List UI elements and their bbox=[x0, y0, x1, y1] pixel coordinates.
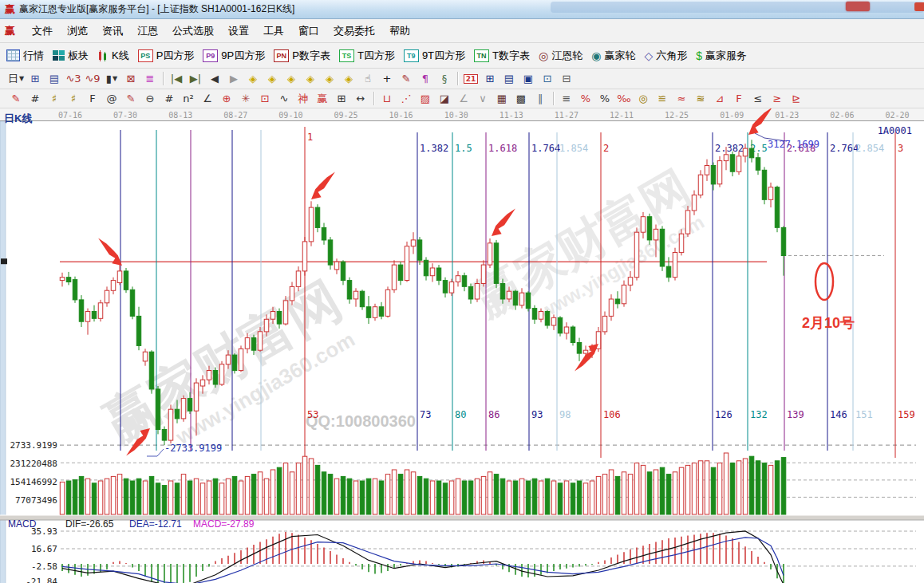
wave-9-icon[interactable]: ∿9 bbox=[84, 71, 101, 86]
menu-item-3[interactable]: 资讯 bbox=[95, 22, 130, 39]
diamond-all-icon[interactable]: ◈ bbox=[340, 71, 357, 86]
t-number-table-button[interactable]: TNT数字表 bbox=[474, 49, 530, 63]
menu-item-7[interactable]: 工具 bbox=[256, 22, 291, 39]
close-icon[interactable] bbox=[914, 2, 924, 11]
kline-chart-canvas[interactable]: 07-1607-3008-1308-2709-1009-2510-1610-30… bbox=[0, 108, 924, 583]
gann-wheel-button[interactable]: ◎江恩轮 bbox=[539, 49, 582, 63]
gold-circle-icon[interactable]: ◎ bbox=[634, 91, 652, 106]
starburst-icon[interactable]: ✳ bbox=[237, 91, 255, 106]
gte-icon[interactable]: ≥ bbox=[768, 91, 786, 106]
first-bar-icon[interactable]: |◀ bbox=[168, 71, 185, 86]
angle-icon[interactable]: ∠ bbox=[199, 91, 216, 106]
p-square-button[interactable]: PSP四方形 bbox=[138, 49, 195, 63]
svg-text:126: 126 bbox=[715, 409, 732, 420]
parallel-lines-icon[interactable]: ∥ bbox=[531, 91, 549, 106]
hexagon-button[interactable]: ◇六角形 bbox=[644, 49, 687, 63]
next-bar-icon[interactable]: ▶ bbox=[225, 71, 243, 86]
snapshot-icon[interactable]: ⊡ bbox=[539, 71, 556, 86]
grid-fill-icon[interactable]: ▦ bbox=[493, 91, 511, 106]
crosshair-icon[interactable]: + bbox=[378, 71, 396, 86]
permille-icon[interactable]: ‰ bbox=[615, 91, 633, 106]
9p-square-button[interactable]: P99P四方形 bbox=[203, 49, 265, 63]
lte-icon[interactable]: ≤ bbox=[749, 91, 767, 106]
kline-button[interactable]: K线 bbox=[97, 49, 129, 63]
period-selector[interactable]: 日▼ bbox=[7, 71, 25, 86]
gann-fan-icon[interactable]: 神 bbox=[294, 91, 312, 106]
menu-item-4[interactable]: 江恩 bbox=[130, 22, 165, 39]
diamond-zoomout-icon[interactable]: ◈ bbox=[244, 71, 262, 86]
gann-gold-icon[interactable]: ♯ bbox=[45, 91, 63, 106]
percent-icon[interactable]: % bbox=[596, 91, 614, 106]
rays-icon[interactable]: ⋰ bbox=[397, 91, 415, 106]
wave-red-icon[interactable]: ≈ bbox=[673, 91, 690, 106]
svg-text:09-10: 09-10 bbox=[278, 111, 302, 120]
winner-service-button[interactable]: $赢家服务 bbox=[696, 49, 747, 63]
p-number-table-button[interactable]: PNP数字表 bbox=[274, 49, 330, 63]
winner-wheel-button[interactable]: ◉赢家轮 bbox=[591, 49, 635, 63]
diamond-right-icon[interactable]: ◈ bbox=[302, 71, 319, 86]
gann-shape-icon[interactable]: ¶ bbox=[417, 71, 434, 86]
fibonacci-icon[interactable]: F bbox=[84, 91, 101, 106]
comb-grid-icon[interactable]: # bbox=[26, 91, 44, 106]
quotes-button[interactable]: 行情 bbox=[6, 49, 44, 63]
gann-square-icon[interactable]: ⊠ bbox=[122, 71, 140, 86]
menu-item-5[interactable]: 公式选股 bbox=[165, 22, 221, 39]
trendline-icon[interactable]: ✎ bbox=[397, 71, 415, 86]
grid-fill2-icon[interactable]: ▩ bbox=[512, 91, 530, 106]
prev-bar-icon[interactable]: ◀ bbox=[206, 71, 223, 86]
f-red-icon[interactable]: F bbox=[730, 91, 748, 106]
gann-gold2-icon[interactable]: ♯ bbox=[65, 91, 82, 106]
compass-icon[interactable]: ⊖ bbox=[141, 91, 159, 106]
info-list-icon[interactable]: ▤ bbox=[45, 71, 63, 86]
wave-3-icon[interactable]: ∿3 bbox=[65, 71, 82, 86]
menu-item-8[interactable]: 窗口 bbox=[291, 22, 326, 39]
print-icon[interactable]: ⊟ bbox=[558, 71, 575, 86]
width-measure-icon[interactable]: ↔ bbox=[352, 91, 369, 106]
gold-line-icon[interactable]: ≌ bbox=[654, 91, 671, 106]
annotation-arrow bbox=[311, 172, 335, 200]
comb-grid2-icon[interactable]: # bbox=[160, 91, 178, 106]
menu-item-2[interactable]: 浏览 bbox=[60, 22, 95, 39]
diamond-center-icon[interactable]: ◈ bbox=[321, 71, 338, 86]
menu-item-9[interactable]: 交易委托 bbox=[326, 22, 382, 39]
gold-wave-icon[interactable]: ≋ bbox=[692, 91, 709, 106]
zigzag-icon[interactable]: ∨ bbox=[474, 91, 492, 106]
color-ladder-icon[interactable]: ≣ bbox=[141, 71, 159, 86]
spiral-icon[interactable]: @ bbox=[103, 91, 120, 106]
winner-tool-icon[interactable]: 赢 bbox=[314, 91, 331, 106]
pen-icon[interactable]: ✎ bbox=[7, 91, 25, 106]
pan-hand-icon[interactable]: ☝ bbox=[359, 71, 377, 86]
grid-123-icon[interactable]: ⊞ bbox=[333, 91, 350, 106]
measure-icon[interactable]: ≡ bbox=[558, 91, 575, 106]
menu-item-6[interactable]: 设置 bbox=[221, 22, 256, 39]
memo-icon[interactable]: ▤ bbox=[500, 71, 518, 86]
tri-icon[interactable]: ⊵ bbox=[788, 91, 805, 106]
rect-tool-icon[interactable]: ⊔ bbox=[378, 91, 396, 106]
hatch-icon[interactable]: ▨ bbox=[417, 91, 434, 106]
t-square-button[interactable]: TST四方形 bbox=[339, 49, 395, 63]
9t-square-button[interactable]: T99T四方形 bbox=[404, 49, 465, 63]
sectors-button[interactable]: 板块 bbox=[53, 49, 89, 63]
save-icon[interactable]: ▣ bbox=[519, 71, 537, 86]
diamond-zoomin-icon[interactable]: ◈ bbox=[263, 71, 281, 86]
shade-icon[interactable]: ◪ bbox=[436, 91, 453, 106]
calculator-icon[interactable]: ⊞ bbox=[481, 71, 499, 86]
menu-item-10[interactable]: 帮助 bbox=[382, 22, 417, 39]
title-bar[interactable]: 赢 赢家江恩专业版[赢家服务平台] - [上证指数 SH1A0001-162日K… bbox=[0, 0, 924, 19]
grid-box-icon[interactable]: ⊡ bbox=[256, 91, 274, 106]
circle-cross-icon[interactable]: ⊕ bbox=[218, 91, 235, 106]
candle-style-selector[interactable]: ▮▼ bbox=[103, 71, 120, 86]
menu-item-1[interactable]: 文件 bbox=[25, 22, 60, 39]
svg-text:77073496: 77073496 bbox=[15, 495, 57, 506]
wave-tool-icon[interactable]: ∿ bbox=[275, 91, 293, 106]
smart-select-icon[interactable]: § bbox=[436, 71, 453, 86]
pen2-icon[interactable]: ✎ bbox=[122, 91, 140, 106]
angle-red-icon[interactable]: ⊿ bbox=[711, 91, 729, 106]
n-square-icon[interactable]: n² bbox=[180, 91, 197, 106]
percent-red-icon[interactable]: % bbox=[577, 91, 594, 106]
last-bar-icon[interactable]: ▶| bbox=[187, 71, 204, 86]
window-layout-icon[interactable]: ⊞ bbox=[26, 71, 44, 86]
calendar-icon[interactable]: 21 bbox=[462, 71, 480, 86]
diamond-left-icon[interactable]: ◈ bbox=[282, 71, 300, 86]
trend-angle-icon[interactable]: ∠ bbox=[455, 91, 472, 106]
